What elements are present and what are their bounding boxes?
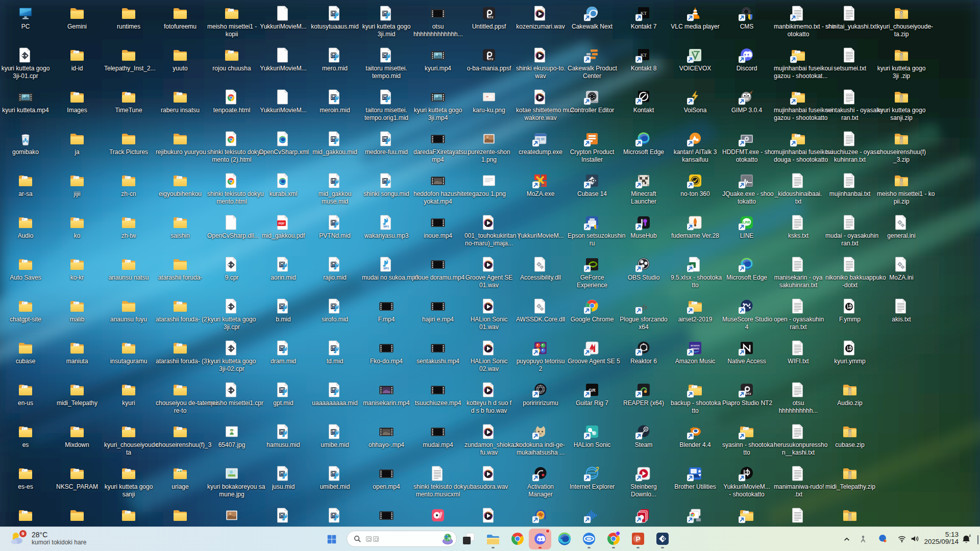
svg-text:9: 9 [21, 531, 24, 536]
svg-text:z: z [969, 534, 971, 538]
svg-text:P: P [636, 535, 641, 543]
